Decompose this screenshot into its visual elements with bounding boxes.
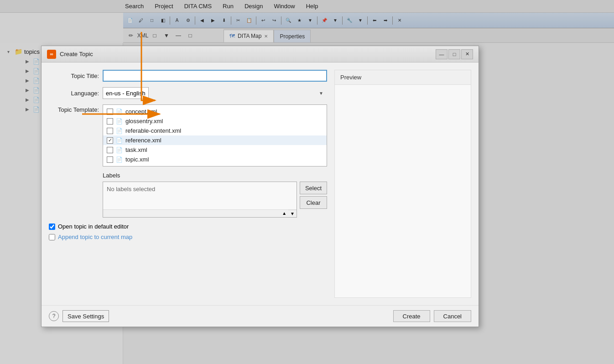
dialog-titlebar-buttons: — □ ✕ bbox=[436, 49, 473, 59]
dialog-titlebar: ∞ Create Topic — □ ✕ bbox=[42, 46, 479, 62]
create-topic-dialog: ∞ Create Topic — □ ✕ Topic Title: Langua… bbox=[41, 46, 479, 327]
language-row: Language: en-us - English ▼ bbox=[49, 87, 327, 99]
template-checkbox-glossentry[interactable] bbox=[107, 118, 113, 125]
append-topic-checkbox[interactable] bbox=[49, 234, 55, 240]
topic-template-label: Topic Template: bbox=[49, 104, 99, 113]
template-name-topic: topic.xml bbox=[125, 156, 149, 163]
template-item-glossentry[interactable]: 📄 glossentry.xml bbox=[103, 116, 327, 126]
template-item-concept[interactable]: 📄 concept.xml bbox=[103, 107, 327, 116]
save-settings-btn[interactable]: Save Settings bbox=[62, 310, 109, 322]
dialog-left-panel: Topic Title: Language: en-us - English ▼… bbox=[49, 70, 327, 298]
create-btn[interactable]: Create bbox=[393, 310, 430, 322]
labels-scroll-down[interactable]: ▼ bbox=[288, 210, 297, 217]
template-item-task[interactable]: 📄 task.xml bbox=[103, 145, 327, 155]
labels-textarea-container: No labels selected ▲ ▼ bbox=[103, 182, 297, 218]
template-checkbox-reference[interactable] bbox=[107, 137, 113, 144]
language-select-wrapper: en-us - English ▼ bbox=[103, 87, 327, 99]
open-topic-label: Open topic in default editor bbox=[58, 223, 129, 230]
preview-panel: Preview bbox=[334, 70, 471, 298]
help-icon-btn[interactable]: ? bbox=[49, 311, 59, 321]
open-topic-checkbox[interactable] bbox=[49, 224, 55, 230]
template-checkbox-referable[interactable] bbox=[107, 128, 113, 134]
template-file-icon-topic: 📄 bbox=[116, 156, 123, 163]
template-list-container: 📄 concept.xml 📄 glossentry.xml 📄 referab… bbox=[103, 104, 327, 166]
labels-text-area: No labels selected bbox=[103, 182, 297, 209]
dialog-footer: ? Save Settings Create Cancel bbox=[42, 305, 479, 327]
template-checkbox-concept[interactable] bbox=[107, 109, 113, 115]
labels-select-btn[interactable]: Select bbox=[300, 182, 327, 194]
template-file-icon-concept: 📄 bbox=[116, 109, 123, 115]
template-name-task: task.xml bbox=[125, 146, 147, 153]
preview-label: Preview bbox=[335, 70, 471, 85]
template-name-glossentry: glossentry.xml bbox=[125, 118, 163, 125]
dialog-close-btn[interactable]: ✕ bbox=[461, 49, 473, 59]
template-name-concept: concept.xml bbox=[125, 108, 157, 115]
dialog-title: Create Topic bbox=[60, 51, 432, 57]
dialog-minimize-btn[interactable]: — bbox=[436, 49, 447, 59]
topic-title-input[interactable] bbox=[103, 70, 327, 82]
labels-section: Labels No labels selected ▲ ▼ Select Cle… bbox=[49, 172, 327, 218]
language-label: Language: bbox=[49, 90, 99, 97]
template-item-topic[interactable]: 📄 topic.xml bbox=[103, 155, 327, 164]
append-topic-row: Append topic to current map bbox=[49, 234, 327, 240]
template-checkbox-topic[interactable] bbox=[107, 156, 113, 163]
labels-scroll-up[interactable]: ▲ bbox=[280, 210, 288, 217]
language-select-arrow: ▼ bbox=[319, 91, 323, 96]
template-checkbox-task[interactable] bbox=[107, 147, 113, 153]
cancel-btn[interactable]: Cancel bbox=[434, 310, 471, 322]
labels-section-title: Labels bbox=[103, 172, 327, 179]
template-file-icon-glossentry: 📄 bbox=[116, 118, 123, 125]
template-list: 📄 concept.xml 📄 glossentry.xml 📄 referab… bbox=[103, 104, 327, 166]
dialog-body: Topic Title: Language: en-us - English ▼… bbox=[42, 62, 479, 305]
template-item-reference[interactable]: 📄 reference.xml bbox=[103, 135, 327, 145]
topic-template-row: Topic Template: 📄 concept.xml 📄 glossent… bbox=[49, 104, 327, 166]
open-topic-row: Open topic in default editor bbox=[49, 223, 327, 230]
dialog-icon: ∞ bbox=[47, 50, 56, 59]
labels-area-wrapper: No labels selected ▲ ▼ Select Clear bbox=[103, 182, 327, 218]
topic-title-row: Topic Title: bbox=[49, 70, 327, 82]
template-item-referable[interactable]: 📄 referable-content.xml bbox=[103, 126, 327, 135]
append-topic-label: Append topic to current map bbox=[58, 234, 132, 240]
template-file-icon-reference: 📄 bbox=[116, 137, 123, 144]
template-name-reference: reference.xml bbox=[125, 137, 161, 144]
topic-title-label: Topic Title: bbox=[49, 73, 99, 79]
template-file-icon-task: 📄 bbox=[116, 147, 123, 153]
template-file-icon-referable: 📄 bbox=[116, 128, 123, 134]
labels-clear-btn[interactable]: Clear bbox=[300, 196, 327, 209]
language-select[interactable]: en-us - English bbox=[103, 87, 149, 99]
dialog-maximize-btn[interactable]: □ bbox=[448, 49, 460, 59]
template-name-referable: referable-content.xml bbox=[125, 127, 181, 134]
labels-buttons: Select Clear bbox=[300, 182, 327, 209]
